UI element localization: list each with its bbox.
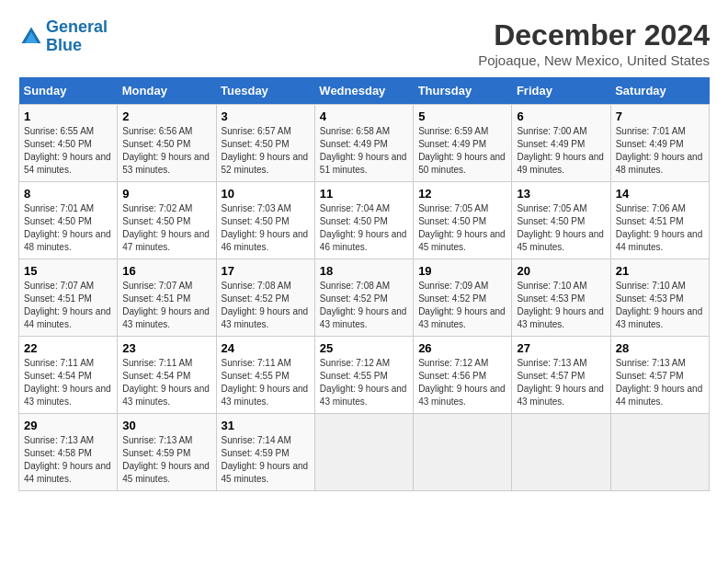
header-cell-sunday: Sunday [19, 77, 118, 105]
day-number: 22 [24, 341, 112, 355]
day-cell: 15 Sunrise: 7:07 AMSunset: 4:51 PMDaylig… [19, 259, 118, 337]
day-detail: Sunrise: 7:10 AMSunset: 4:53 PMDaylight:… [517, 281, 604, 329]
day-detail: Sunrise: 7:08 AMSunset: 4:52 PMDaylight:… [320, 281, 407, 329]
day-number: 4 [320, 109, 408, 123]
header-cell-friday: Friday [512, 77, 610, 105]
day-cell: 12 Sunrise: 7:05 AMSunset: 4:50 PMDaylig… [414, 182, 512, 259]
day-number: 29 [24, 419, 112, 432]
day-cell: 2 Sunrise: 6:56 AMSunset: 4:50 PMDayligh… [118, 105, 216, 182]
calendar-header-row: SundayMondayTuesdayWednesdayThursdayFrid… [19, 77, 710, 105]
week-row-4: 22 Sunrise: 7:11 AMSunset: 4:54 PMDaylig… [19, 337, 710, 414]
day-cell: 14 Sunrise: 7:06 AMSunset: 4:51 PMDaylig… [610, 182, 709, 259]
day-number: 7 [616, 109, 704, 123]
day-cell: 25 Sunrise: 7:12 AMSunset: 4:55 PMDaylig… [314, 337, 413, 414]
day-detail: Sunrise: 7:06 AMSunset: 4:51 PMDaylight:… [616, 203, 703, 252]
week-row-3: 15 Sunrise: 7:07 AMSunset: 4:51 PMDaylig… [19, 259, 710, 337]
day-cell: 20 Sunrise: 7:10 AMSunset: 4:53 PMDaylig… [512, 259, 610, 337]
logo: General Blue [18, 18, 108, 55]
week-row-2: 8 Sunrise: 7:01 AMSunset: 4:50 PMDayligh… [19, 182, 710, 259]
day-cell: 19 Sunrise: 7:09 AMSunset: 4:52 PMDaylig… [414, 259, 512, 337]
calendar-table: SundayMondayTuesdayWednesdayThursdayFrid… [18, 77, 710, 491]
day-detail: Sunrise: 7:01 AMSunset: 4:49 PMDaylight:… [616, 126, 703, 175]
day-cell: 7 Sunrise: 7:01 AMSunset: 4:49 PMDayligh… [610, 105, 709, 182]
day-detail: Sunrise: 7:07 AMSunset: 4:51 PMDaylight:… [24, 281, 111, 329]
day-number: 2 [122, 109, 210, 123]
day-detail: Sunrise: 7:10 AMSunset: 4:53 PMDaylight:… [616, 281, 703, 329]
day-number: 20 [517, 264, 605, 278]
day-number: 8 [24, 187, 112, 201]
day-cell: 8 Sunrise: 7:01 AMSunset: 4:50 PMDayligh… [19, 182, 118, 259]
day-number: 31 [222, 419, 310, 432]
day-number: 13 [517, 187, 605, 201]
header-cell-thursday: Thursday [414, 77, 512, 105]
day-detail: Sunrise: 7:07 AMSunset: 4:51 PMDaylight:… [122, 281, 210, 329]
day-cell: 18 Sunrise: 7:08 AMSunset: 4:52 PMDaylig… [314, 259, 413, 337]
day-cell: 30 Sunrise: 7:13 AMSunset: 4:59 PMDaylig… [118, 414, 216, 491]
day-cell [414, 414, 512, 491]
day-cell: 16 Sunrise: 7:07 AMSunset: 4:51 PMDaylig… [118, 259, 216, 337]
day-cell [512, 414, 610, 491]
logo-icon [18, 24, 44, 50]
day-detail: Sunrise: 7:11 AMSunset: 4:54 PMDaylight:… [122, 358, 210, 407]
day-cell: 10 Sunrise: 7:03 AMSunset: 4:50 PMDaylig… [216, 182, 314, 259]
day-detail: Sunrise: 6:57 AMSunset: 4:50 PMDaylight:… [222, 126, 309, 175]
day-detail: Sunrise: 7:12 AMSunset: 4:55 PMDaylight:… [320, 358, 407, 407]
day-cell: 6 Sunrise: 7:00 AMSunset: 4:49 PMDayligh… [512, 105, 610, 182]
day-number: 26 [418, 341, 506, 355]
header-cell-tuesday: Tuesday [216, 77, 314, 105]
day-cell: 3 Sunrise: 6:57 AMSunset: 4:50 PMDayligh… [216, 105, 314, 182]
day-detail: Sunrise: 7:09 AMSunset: 4:52 PMDaylight:… [418, 281, 506, 329]
day-number: 5 [418, 109, 506, 123]
day-cell: 13 Sunrise: 7:05 AMSunset: 4:50 PMDaylig… [512, 182, 610, 259]
day-cell: 24 Sunrise: 7:11 AMSunset: 4:55 PMDaylig… [216, 337, 314, 414]
week-row-1: 1 Sunrise: 6:55 AMSunset: 4:50 PMDayligh… [19, 105, 710, 182]
day-cell: 4 Sunrise: 6:58 AMSunset: 4:49 PMDayligh… [314, 105, 413, 182]
day-number: 28 [616, 341, 704, 355]
day-detail: Sunrise: 7:14 AMSunset: 4:59 PMDaylight:… [222, 435, 309, 484]
day-cell: 28 Sunrise: 7:13 AMSunset: 4:57 PMDaylig… [610, 337, 709, 414]
day-number: 24 [222, 341, 310, 355]
day-cell: 23 Sunrise: 7:11 AMSunset: 4:54 PMDaylig… [118, 337, 216, 414]
day-detail: Sunrise: 7:02 AMSunset: 4:50 PMDaylight:… [122, 203, 210, 252]
day-detail: Sunrise: 6:59 AMSunset: 4:49 PMDaylight:… [418, 126, 506, 175]
day-detail: Sunrise: 7:05 AMSunset: 4:50 PMDaylight:… [418, 203, 506, 252]
day-number: 25 [320, 341, 408, 355]
day-number: 16 [122, 264, 210, 278]
day-number: 10 [222, 187, 310, 201]
day-detail: Sunrise: 7:00 AMSunset: 4:49 PMDaylight:… [517, 126, 604, 175]
day-cell [314, 414, 413, 491]
day-cell [610, 414, 709, 491]
title-area: December 2024 Pojoaque, New Mexico, Unit… [478, 18, 710, 68]
calendar-body: 1 Sunrise: 6:55 AMSunset: 4:50 PMDayligh… [19, 105, 710, 491]
day-detail: Sunrise: 6:58 AMSunset: 4:49 PMDaylight:… [320, 126, 407, 175]
day-number: 1 [24, 109, 112, 123]
day-cell: 5 Sunrise: 6:59 AMSunset: 4:49 PMDayligh… [414, 105, 512, 182]
header-cell-wednesday: Wednesday [314, 77, 413, 105]
day-number: 18 [320, 264, 408, 278]
day-detail: Sunrise: 6:56 AMSunset: 4:50 PMDaylight:… [122, 126, 210, 175]
day-cell: 11 Sunrise: 7:04 AMSunset: 4:50 PMDaylig… [314, 182, 413, 259]
day-detail: Sunrise: 7:05 AMSunset: 4:50 PMDaylight:… [517, 203, 604, 252]
subtitle: Pojoaque, New Mexico, United States [478, 52, 710, 68]
day-cell: 22 Sunrise: 7:11 AMSunset: 4:54 PMDaylig… [19, 337, 118, 414]
day-cell: 31 Sunrise: 7:14 AMSunset: 4:59 PMDaylig… [216, 414, 314, 491]
day-cell: 21 Sunrise: 7:10 AMSunset: 4:53 PMDaylig… [610, 259, 709, 337]
day-detail: Sunrise: 7:04 AMSunset: 4:50 PMDaylight:… [320, 203, 407, 252]
day-detail: Sunrise: 7:11 AMSunset: 4:55 PMDaylight:… [222, 358, 309, 407]
day-number: 12 [418, 187, 506, 201]
day-detail: Sunrise: 6:55 AMSunset: 4:50 PMDaylight:… [24, 126, 111, 175]
day-detail: Sunrise: 7:03 AMSunset: 4:50 PMDaylight:… [222, 203, 309, 252]
day-detail: Sunrise: 7:13 AMSunset: 4:57 PMDaylight:… [517, 358, 604, 407]
main-title: December 2024 [478, 18, 710, 52]
day-cell: 29 Sunrise: 7:13 AMSunset: 4:58 PMDaylig… [19, 414, 118, 491]
day-detail: Sunrise: 7:01 AMSunset: 4:50 PMDaylight:… [24, 203, 111, 252]
day-number: 9 [122, 187, 210, 201]
day-cell: 27 Sunrise: 7:13 AMSunset: 4:57 PMDaylig… [512, 337, 610, 414]
header-cell-saturday: Saturday [610, 77, 709, 105]
day-number: 14 [616, 187, 704, 201]
day-detail: Sunrise: 7:13 AMSunset: 4:59 PMDaylight:… [122, 435, 210, 484]
day-number: 3 [222, 109, 310, 123]
day-detail: Sunrise: 7:12 AMSunset: 4:56 PMDaylight:… [418, 358, 506, 407]
logo-line2: Blue [46, 36, 82, 54]
day-cell: 9 Sunrise: 7:02 AMSunset: 4:50 PMDayligh… [118, 182, 216, 259]
